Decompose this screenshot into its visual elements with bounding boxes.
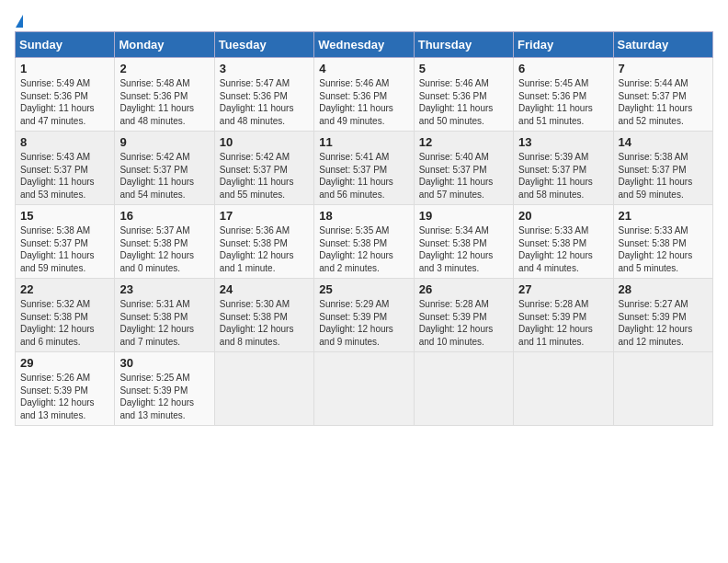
weekday-header-sunday: Sunday bbox=[16, 32, 115, 58]
calendar-cell: 17Sunrise: 5:36 AM Sunset: 5:38 PM Dayli… bbox=[214, 205, 313, 279]
cell-info: Sunrise: 5:30 AM Sunset: 5:38 PM Dayligh… bbox=[220, 298, 309, 348]
day-number: 12 bbox=[419, 135, 508, 149]
calendar-week-3: 15Sunrise: 5:38 AM Sunset: 5:37 PM Dayli… bbox=[16, 205, 713, 279]
day-number: 15 bbox=[20, 209, 109, 223]
cell-info: Sunrise: 5:38 AM Sunset: 5:37 PM Dayligh… bbox=[20, 224, 109, 274]
calendar-cell: 6Sunrise: 5:45 AM Sunset: 5:36 PM Daylig… bbox=[514, 58, 613, 132]
cell-info: Sunrise: 5:39 AM Sunset: 5:37 PM Dayligh… bbox=[518, 151, 608, 201]
day-number: 23 bbox=[119, 282, 209, 296]
calendar-cell: 8Sunrise: 5:43 AM Sunset: 5:37 PM Daylig… bbox=[16, 132, 115, 205]
calendar-cell bbox=[214, 352, 313, 426]
cell-info: Sunrise: 5:33 AM Sunset: 5:38 PM Dayligh… bbox=[619, 224, 708, 274]
calendar-cell bbox=[613, 352, 712, 426]
day-number: 2 bbox=[119, 62, 209, 75]
calendar-week-4: 22Sunrise: 5:32 AM Sunset: 5:38 PM Dayli… bbox=[16, 279, 713, 352]
day-number: 1 bbox=[20, 62, 109, 75]
calendar-cell: 22Sunrise: 5:32 AM Sunset: 5:38 PM Dayli… bbox=[16, 279, 115, 352]
calendar-week-1: 1Sunrise: 5:49 AM Sunset: 5:36 PM Daylig… bbox=[16, 58, 713, 132]
weekday-header-tuesday: Tuesday bbox=[214, 32, 313, 58]
cell-info: Sunrise: 5:45 AM Sunset: 5:36 PM Dayligh… bbox=[518, 77, 608, 127]
cell-info: Sunrise: 5:41 AM Sunset: 5:37 PM Dayligh… bbox=[319, 151, 408, 201]
day-number: 13 bbox=[518, 135, 608, 149]
calendar-cell: 20Sunrise: 5:33 AM Sunset: 5:38 PM Dayli… bbox=[514, 205, 613, 279]
calendar-cell: 23Sunrise: 5:31 AM Sunset: 5:38 PM Dayli… bbox=[115, 279, 214, 352]
cell-info: Sunrise: 5:26 AM Sunset: 5:39 PM Dayligh… bbox=[20, 372, 109, 421]
calendar-cell: 9Sunrise: 5:42 AM Sunset: 5:37 PM Daylig… bbox=[115, 132, 214, 205]
day-number: 25 bbox=[319, 282, 408, 296]
day-number: 24 bbox=[220, 282, 309, 296]
logo-triangle-icon bbox=[16, 15, 23, 28]
calendar-cell: 1Sunrise: 5:49 AM Sunset: 5:36 PM Daylig… bbox=[16, 58, 115, 132]
cell-info: Sunrise: 5:25 AM Sunset: 5:39 PM Dayligh… bbox=[119, 372, 209, 421]
calendar-header-row: SundayMondayTuesdayWednesdayThursdayFrid… bbox=[16, 32, 713, 58]
day-number: 22 bbox=[20, 282, 109, 296]
page-header bbox=[15, 15, 713, 28]
calendar-cell: 18Sunrise: 5:35 AM Sunset: 5:38 PM Dayli… bbox=[314, 205, 414, 279]
cell-info: Sunrise: 5:47 AM Sunset: 5:36 PM Dayligh… bbox=[220, 77, 309, 127]
cell-info: Sunrise: 5:28 AM Sunset: 5:39 PM Dayligh… bbox=[518, 298, 608, 348]
calendar-cell bbox=[514, 352, 613, 426]
cell-info: Sunrise: 5:46 AM Sunset: 5:36 PM Dayligh… bbox=[419, 77, 508, 127]
day-number: 28 bbox=[619, 282, 708, 296]
calendar-cell: 28Sunrise: 5:27 AM Sunset: 5:39 PM Dayli… bbox=[613, 279, 712, 352]
calendar-cell: 29Sunrise: 5:26 AM Sunset: 5:39 PM Dayli… bbox=[16, 352, 115, 426]
calendar-cell: 2Sunrise: 5:48 AM Sunset: 5:36 PM Daylig… bbox=[115, 58, 214, 132]
weekday-header-thursday: Thursday bbox=[414, 32, 513, 58]
cell-info: Sunrise: 5:34 AM Sunset: 5:38 PM Dayligh… bbox=[419, 224, 508, 274]
calendar-cell: 21Sunrise: 5:33 AM Sunset: 5:38 PM Dayli… bbox=[613, 205, 712, 279]
cell-info: Sunrise: 5:31 AM Sunset: 5:38 PM Dayligh… bbox=[119, 298, 209, 348]
weekday-header-monday: Monday bbox=[115, 32, 214, 58]
day-number: 7 bbox=[619, 62, 708, 75]
day-number: 26 bbox=[419, 282, 508, 296]
logo bbox=[15, 15, 23, 28]
cell-info: Sunrise: 5:36 AM Sunset: 5:38 PM Dayligh… bbox=[220, 224, 309, 274]
day-number: 20 bbox=[518, 209, 608, 223]
day-number: 16 bbox=[119, 209, 209, 223]
day-number: 3 bbox=[220, 62, 309, 75]
calendar-week-2: 8Sunrise: 5:43 AM Sunset: 5:37 PM Daylig… bbox=[16, 132, 713, 205]
cell-info: Sunrise: 5:48 AM Sunset: 5:36 PM Dayligh… bbox=[119, 77, 209, 127]
cell-info: Sunrise: 5:32 AM Sunset: 5:38 PM Dayligh… bbox=[20, 298, 109, 348]
cell-info: Sunrise: 5:43 AM Sunset: 5:37 PM Dayligh… bbox=[20, 151, 109, 201]
day-number: 18 bbox=[319, 209, 408, 223]
calendar-cell: 15Sunrise: 5:38 AM Sunset: 5:37 PM Dayli… bbox=[16, 205, 115, 279]
weekday-header-wednesday: Wednesday bbox=[314, 32, 414, 58]
cell-info: Sunrise: 5:40 AM Sunset: 5:37 PM Dayligh… bbox=[419, 151, 508, 201]
calendar-cell: 24Sunrise: 5:30 AM Sunset: 5:38 PM Dayli… bbox=[214, 279, 313, 352]
cell-info: Sunrise: 5:33 AM Sunset: 5:38 PM Dayligh… bbox=[518, 224, 608, 274]
calendar-cell: 27Sunrise: 5:28 AM Sunset: 5:39 PM Dayli… bbox=[514, 279, 613, 352]
weekday-header-saturday: Saturday bbox=[613, 32, 712, 58]
calendar-table: SundayMondayTuesdayWednesdayThursdayFrid… bbox=[15, 31, 713, 426]
calendar-cell: 16Sunrise: 5:37 AM Sunset: 5:38 PM Dayli… bbox=[115, 205, 214, 279]
day-number: 9 bbox=[119, 135, 209, 149]
calendar-cell: 30Sunrise: 5:25 AM Sunset: 5:39 PM Dayli… bbox=[115, 352, 214, 426]
calendar-week-5: 29Sunrise: 5:26 AM Sunset: 5:39 PM Dayli… bbox=[16, 352, 713, 426]
calendar-cell: 4Sunrise: 5:46 AM Sunset: 5:36 PM Daylig… bbox=[314, 58, 414, 132]
calendar-cell bbox=[414, 352, 513, 426]
calendar-cell: 13Sunrise: 5:39 AM Sunset: 5:37 PM Dayli… bbox=[514, 132, 613, 205]
day-number: 21 bbox=[619, 209, 708, 223]
calendar-cell: 19Sunrise: 5:34 AM Sunset: 5:38 PM Dayli… bbox=[414, 205, 513, 279]
calendar-cell bbox=[314, 352, 414, 426]
calendar-cell: 7Sunrise: 5:44 AM Sunset: 5:37 PM Daylig… bbox=[613, 58, 712, 132]
cell-info: Sunrise: 5:42 AM Sunset: 5:37 PM Dayligh… bbox=[119, 151, 209, 201]
day-number: 5 bbox=[419, 62, 508, 75]
day-number: 30 bbox=[119, 356, 209, 370]
cell-info: Sunrise: 5:42 AM Sunset: 5:37 PM Dayligh… bbox=[220, 151, 309, 201]
cell-info: Sunrise: 5:49 AM Sunset: 5:36 PM Dayligh… bbox=[20, 77, 109, 127]
cell-info: Sunrise: 5:38 AM Sunset: 5:37 PM Dayligh… bbox=[619, 151, 708, 201]
day-number: 6 bbox=[518, 62, 608, 75]
day-number: 10 bbox=[220, 135, 309, 149]
weekday-header-friday: Friday bbox=[514, 32, 613, 58]
day-number: 17 bbox=[220, 209, 309, 223]
calendar-body: 1Sunrise: 5:49 AM Sunset: 5:36 PM Daylig… bbox=[16, 58, 713, 426]
day-number: 8 bbox=[20, 135, 109, 149]
cell-info: Sunrise: 5:27 AM Sunset: 5:39 PM Dayligh… bbox=[619, 298, 708, 348]
calendar-cell: 10Sunrise: 5:42 AM Sunset: 5:37 PM Dayli… bbox=[214, 132, 313, 205]
calendar-cell: 12Sunrise: 5:40 AM Sunset: 5:37 PM Dayli… bbox=[414, 132, 513, 205]
day-number: 27 bbox=[518, 282, 608, 296]
day-number: 19 bbox=[419, 209, 508, 223]
calendar-cell: 25Sunrise: 5:29 AM Sunset: 5:39 PM Dayli… bbox=[314, 279, 414, 352]
cell-info: Sunrise: 5:28 AM Sunset: 5:39 PM Dayligh… bbox=[419, 298, 508, 348]
cell-info: Sunrise: 5:37 AM Sunset: 5:38 PM Dayligh… bbox=[119, 224, 209, 274]
